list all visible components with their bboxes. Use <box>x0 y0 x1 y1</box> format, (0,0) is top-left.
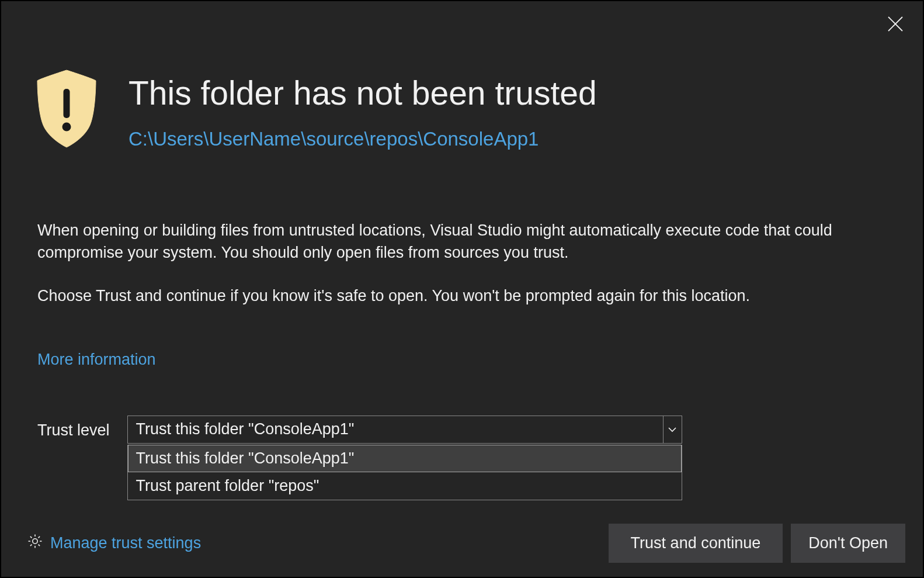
chevron-down-icon <box>668 424 676 435</box>
more-information-link[interactable]: More information <box>37 351 156 369</box>
shield-warning-icon <box>33 68 100 150</box>
svg-point-4 <box>33 539 37 544</box>
dropdown-option-trust-folder[interactable]: Trust this folder "ConsoleApp1" <box>128 445 682 472</box>
dropdown-arrow-button[interactable] <box>663 416 682 443</box>
dialog-body: When opening or building files from untr… <box>37 219 861 307</box>
dialog-title: This folder has not been trusted <box>128 75 597 112</box>
gear-icon <box>27 533 43 553</box>
folder-path-link[interactable]: C:\Users\UserName\source\repos\ConsoleAp… <box>128 128 597 150</box>
svg-point-3 <box>62 123 71 131</box>
close-icon <box>887 15 904 33</box>
manage-trust-settings-link[interactable]: Manage trust settings <box>27 533 201 553</box>
dropdown-option-trust-parent[interactable]: Trust parent folder "repos" <box>128 472 682 500</box>
trust-level-select[interactable]: Trust this folder "ConsoleApp1" <box>127 416 682 444</box>
body-paragraph-1: When opening or building files from untr… <box>37 219 861 264</box>
manage-trust-label: Manage trust settings <box>50 534 201 552</box>
trust-level-selected-value: Trust this folder "ConsoleApp1" <box>128 416 663 443</box>
svg-rect-2 <box>64 89 70 118</box>
trust-level-label: Trust level <box>37 416 110 439</box>
trust-dialog: This folder has not been trusted C:\User… <box>0 0 924 578</box>
dont-open-button[interactable]: Don't Open <box>791 524 905 563</box>
trust-and-continue-button[interactable]: Trust and continue <box>609 524 783 563</box>
close-button[interactable] <box>887 15 904 33</box>
trust-level-dropdown: Trust this folder "ConsoleApp1" Trust pa… <box>127 445 682 500</box>
body-paragraph-2: Choose Trust and continue if you know it… <box>37 285 861 307</box>
